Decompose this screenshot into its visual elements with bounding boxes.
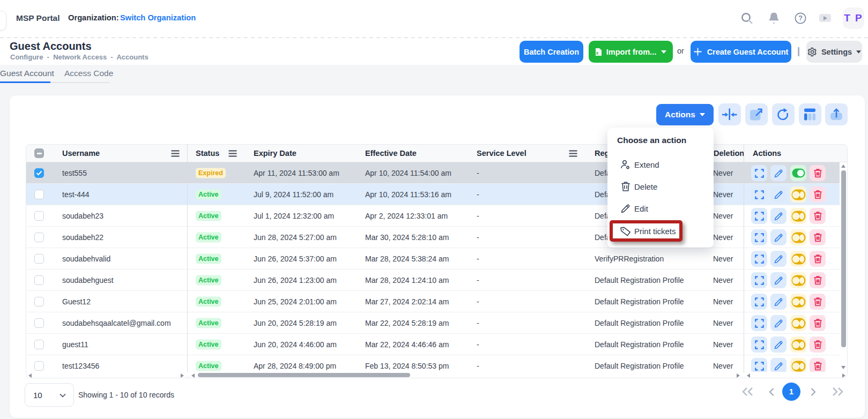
svg-text:x: x bbox=[596, 50, 598, 55]
svg-text:?: ? bbox=[798, 14, 803, 22]
